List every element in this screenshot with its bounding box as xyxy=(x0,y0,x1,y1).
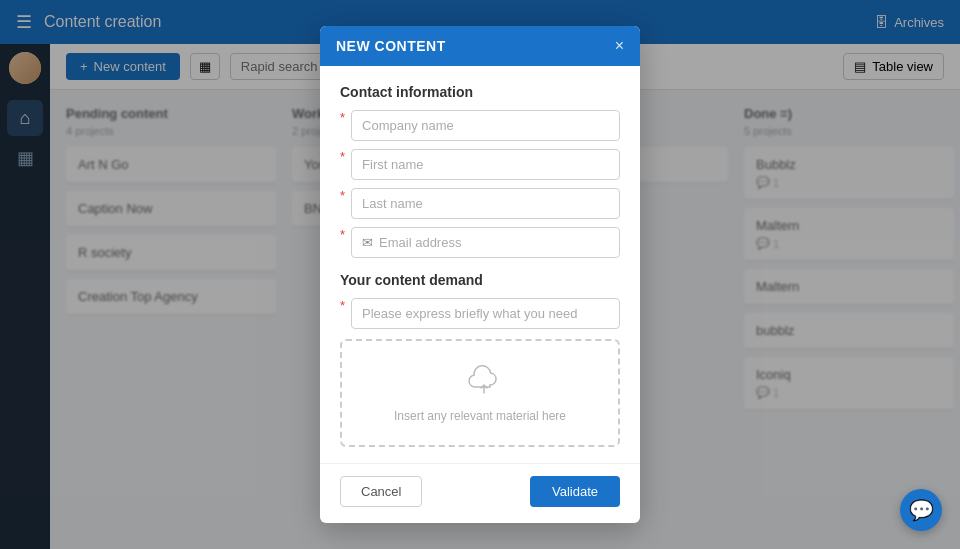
upload-icon xyxy=(460,363,500,403)
demand-section: Your content demand * Insert any relevan… xyxy=(340,272,620,447)
upload-area[interactable]: Insert any relevant material here xyxy=(340,339,620,447)
cancel-button[interactable]: Cancel xyxy=(340,476,422,507)
email-input[interactable] xyxy=(379,228,609,257)
new-content-modal: NEW CONTENT × Contact information * * * xyxy=(320,26,640,523)
required-star: * xyxy=(340,298,345,313)
email-field-wrapper: ✉ xyxy=(351,227,620,258)
first-name-input[interactable] xyxy=(351,149,620,180)
validate-button[interactable]: Validate xyxy=(530,476,620,507)
demand-input[interactable] xyxy=(351,298,620,329)
demand-field-row: * xyxy=(340,298,620,329)
email-icon: ✉ xyxy=(362,235,373,250)
required-star: * xyxy=(340,188,345,203)
company-name-input[interactable] xyxy=(351,110,620,141)
company-field-row: * xyxy=(340,110,620,141)
email-field-row: * ✉ xyxy=(340,227,620,258)
required-star: * xyxy=(340,149,345,164)
last-name-field-row: * xyxy=(340,188,620,219)
modal-title: NEW CONTENT xyxy=(336,38,446,54)
modal-close-button[interactable]: × xyxy=(615,38,624,54)
last-name-input[interactable] xyxy=(351,188,620,219)
first-name-field-row: * xyxy=(340,149,620,180)
chat-bubble-button[interactable]: 💬 xyxy=(900,489,942,531)
contact-section-title: Contact information xyxy=(340,84,620,100)
modal-overlay: NEW CONTENT × Contact information * * * xyxy=(0,0,960,549)
modal-footer: Cancel Validate xyxy=(320,463,640,523)
modal-body: Contact information * * * * ✉ xyxy=(320,66,640,463)
required-star: * xyxy=(340,227,345,242)
upload-label: Insert any relevant material here xyxy=(394,409,566,423)
chat-icon: 💬 xyxy=(909,498,934,522)
modal-header: NEW CONTENT × xyxy=(320,26,640,66)
required-star: * xyxy=(340,110,345,125)
demand-section-title: Your content demand xyxy=(340,272,620,288)
